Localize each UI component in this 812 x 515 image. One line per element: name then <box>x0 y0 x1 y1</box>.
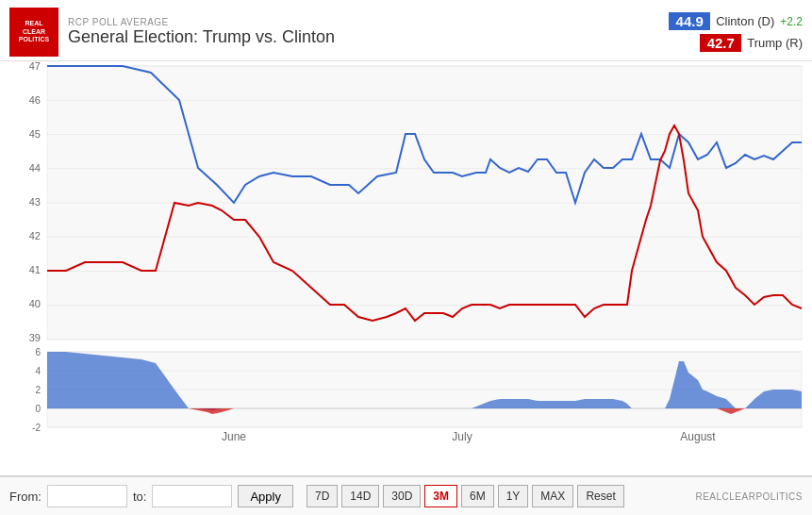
range-max-button[interactable]: MAX <box>532 485 573 507</box>
svg-text:July: July <box>452 430 472 443</box>
range-1y-button[interactable]: 1Y <box>498 485 529 507</box>
range-3m-button[interactable]: 3M <box>424 485 457 507</box>
svg-text:44: 44 <box>29 162 41 174</box>
svg-text:0: 0 <box>35 404 41 414</box>
svg-text:41: 41 <box>29 264 41 275</box>
chart-title: General Election: Trump vs. Clinton <box>68 27 335 47</box>
to-input[interactable] <box>152 485 232 507</box>
trump-legend-item: 42.7 Trump (R) <box>700 34 803 52</box>
svg-text:43: 43 <box>29 196 41 208</box>
range-14d-button[interactable]: 14D <box>341 485 379 507</box>
logo: REAL CLEAR POLITICS <box>9 8 58 57</box>
svg-text:39: 39 <box>29 332 41 343</box>
main-chart-svg: 47 46 45 44 43 42 41 40 39 6 4 2 0 - <box>0 61 812 439</box>
chart-area: 47 46 45 44 43 42 41 40 39 6 4 2 0 - <box>0 61 812 476</box>
to-label: to: <box>133 490 146 504</box>
clinton-change: +2.2 <box>780 15 803 28</box>
range-reset-button[interactable]: Reset <box>577 485 623 507</box>
range-6m-button[interactable]: 6M <box>461 485 494 507</box>
svg-text:4: 4 <box>35 366 41 376</box>
legend: 44.9 Clinton (D) +2.2 42.7 Trump (R) <box>669 12 803 52</box>
svg-text:June: June <box>222 430 246 443</box>
svg-text:August: August <box>680 430 716 443</box>
svg-text:-2: -2 <box>32 423 41 433</box>
trump-name: Trump (R) <box>747 36 803 50</box>
svg-text:6: 6 <box>35 347 41 357</box>
footer-brand: REALCLEARPOLITICS <box>695 491 803 502</box>
from-label: From: <box>9 490 41 504</box>
svg-text:40: 40 <box>29 298 41 309</box>
range-buttons-group: 7D 14D 30D 3M 6M 1Y MAX Reset <box>307 485 624 507</box>
footer: From: to: Apply 7D 14D 30D 3M 6M 1Y MAX … <box>0 476 812 515</box>
range-7d-button[interactable]: 7D <box>307 485 338 507</box>
clinton-name: Clinton (D) <box>716 14 774 28</box>
svg-text:45: 45 <box>29 128 41 140</box>
clinton-legend-item: 44.9 Clinton (D) +2.2 <box>669 12 803 30</box>
apply-button[interactable]: Apply <box>238 485 293 507</box>
svg-text:47: 47 <box>29 60 41 72</box>
svg-text:42: 42 <box>29 230 41 241</box>
from-input[interactable] <box>47 485 127 507</box>
range-30d-button[interactable]: 30D <box>383 485 421 507</box>
clinton-value: 44.9 <box>669 12 710 30</box>
svg-text:46: 46 <box>29 94 41 106</box>
rcp-label: RCP POLL AVERAGE <box>68 17 335 27</box>
svg-text:2: 2 <box>35 385 41 395</box>
trump-value: 42.7 <box>700 34 741 52</box>
